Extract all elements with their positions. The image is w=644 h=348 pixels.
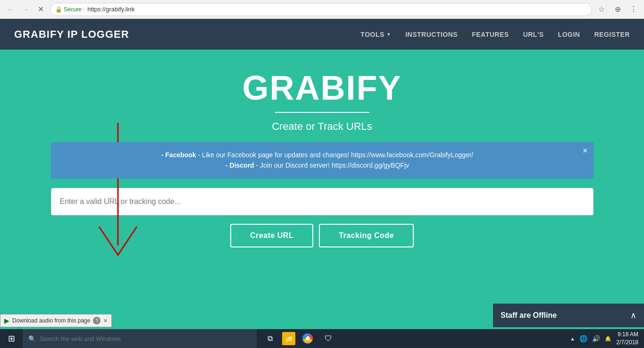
dropdown-arrow-icon: ▼ xyxy=(386,32,391,37)
hero-divider xyxy=(275,112,369,113)
brand[interactable]: GRABIFY IP LOGGER xyxy=(14,28,129,41)
create-url-button[interactable]: Create URL xyxy=(230,224,313,247)
nav-register[interactable]: REGISTER xyxy=(594,31,630,38)
alert-close-button[interactable]: × xyxy=(583,146,588,156)
separator: | xyxy=(83,6,84,13)
nav-urls[interactable]: URL'S xyxy=(523,31,544,38)
hero-subtitle: Create or Track URLs xyxy=(272,120,372,133)
nav-buttons: ← → ✕ xyxy=(4,3,47,16)
lock-icon: 🔒 xyxy=(55,6,62,13)
alert-discord-label: - Discord xyxy=(226,161,254,169)
windows-icon: ⊞ xyxy=(8,333,15,344)
reload-button[interactable]: ✕ xyxy=(34,3,47,16)
network-icon: 🌐 xyxy=(579,335,587,342)
clock-date: 2/7/2018 xyxy=(616,339,638,347)
clock-time: 9:18 AM xyxy=(616,331,638,339)
alert-facebook-text: - Like our Facebook page for updates and… xyxy=(198,151,351,159)
nav-login[interactable]: LOGIN xyxy=(558,31,580,38)
nav-features[interactable]: FEATURES xyxy=(472,31,509,38)
secure-label: Secure xyxy=(64,6,82,13)
browser-actions: ☆ ⊕ ⋮ xyxy=(595,3,640,16)
taskbar-search-input[interactable] xyxy=(40,335,134,342)
download-bar: ▶ Download audio from this page ? × xyxy=(0,314,112,327)
speaker-icon: 🔔 xyxy=(605,336,611,342)
website-content: GRABIFY IP LOGGER TOOLS ▼ INSTRUCTIONS F… xyxy=(0,19,644,329)
start-button[interactable]: ⊞ xyxy=(0,329,23,348)
secure-badge: 🔒 Secure | xyxy=(55,6,84,13)
security-icon[interactable]: 🛡 xyxy=(320,330,337,347)
alert-text: - Facebook - Like our Facebook page for … xyxy=(60,150,575,171)
alert-facebook-link[interactable]: https://www.facebook.com/GrabifyLogger/ xyxy=(351,151,473,159)
alert-discord-text: - Join our Discord server! xyxy=(256,161,332,169)
tracking-code-button[interactable]: Tracking Code xyxy=(319,224,414,247)
hero-section: GRABIFY Create or Track URLs - Facebook … xyxy=(0,50,644,328)
download-question-icon[interactable]: ? xyxy=(93,317,100,324)
nav-links: TOOLS ▼ INSTRUCTIONS FEATURES URL'S LOGI… xyxy=(360,31,630,38)
staff-offline-chevron-icon[interactable]: ∧ xyxy=(630,310,636,321)
system-tray-arrow[interactable]: ▲ xyxy=(570,336,575,341)
nav-tools[interactable]: TOOLS ▼ xyxy=(360,31,391,38)
bookmark-button[interactable]: ☆ xyxy=(595,3,608,16)
staff-offline-text: Staff are Offline xyxy=(501,311,557,320)
taskbar-search[interactable]: 🔍 xyxy=(23,329,257,348)
svg-point-3 xyxy=(306,337,309,340)
download-bar-label[interactable]: Download audio from this page xyxy=(12,317,90,324)
taskbar-clock[interactable]: 9:18 AM 2/7/2018 xyxy=(616,331,638,347)
alert-discord-link[interactable]: https://discord.gg/gyBQFjv xyxy=(332,161,409,169)
alert-facebook-label: - Facebook xyxy=(161,151,196,159)
nav-instructions[interactable]: INSTRUCTIONS xyxy=(405,31,458,38)
staff-offline-widget[interactable]: Staff are Offline ∧ xyxy=(493,304,644,327)
chrome-icon[interactable] xyxy=(299,330,316,347)
download-close-icon[interactable]: × xyxy=(103,317,107,324)
back-button[interactable]: ← xyxy=(4,3,17,16)
hero-title: GRABIFY xyxy=(243,68,402,107)
search-icon: 🔍 xyxy=(28,335,36,342)
taskbar: ⊞ 🔍 ⧉ 📁 🛡 ▲ 🌐 🔊 🔔 9:18 AM xyxy=(0,329,644,348)
menu-button[interactable]: ⋮ xyxy=(627,3,640,16)
url-input-wrapper xyxy=(51,188,594,215)
navbar: GRABIFY IP LOGGER TOOLS ▼ INSTRUCTIONS F… xyxy=(0,19,644,50)
action-buttons: Create URL Tracking Code xyxy=(230,224,414,247)
taskbar-right: ▲ 🌐 🔊 🔔 9:18 AM 2/7/2018 xyxy=(564,331,644,347)
alert-banner: - Facebook - Like our Facebook page for … xyxy=(51,142,594,178)
task-view-icon[interactable]: ⧉ xyxy=(261,330,278,347)
url-text: https://grabify.link xyxy=(87,6,134,13)
forward-button[interactable]: → xyxy=(19,3,32,16)
address-bar[interactable]: 🔒 Secure | https://grabify.link xyxy=(50,3,592,16)
file-explorer-icon[interactable]: 📁 xyxy=(282,332,295,345)
extensions-button[interactable]: ⊕ xyxy=(611,3,624,16)
taskbar-icons: ⧉ 📁 🛡 xyxy=(257,330,342,347)
download-play-icon: ▶ xyxy=(4,317,9,324)
browser-chrome: ← → ✕ 🔒 Secure | https://grabify.link ☆ … xyxy=(0,0,644,19)
volume-icon: 🔊 xyxy=(592,335,600,342)
url-input[interactable] xyxy=(51,188,594,215)
